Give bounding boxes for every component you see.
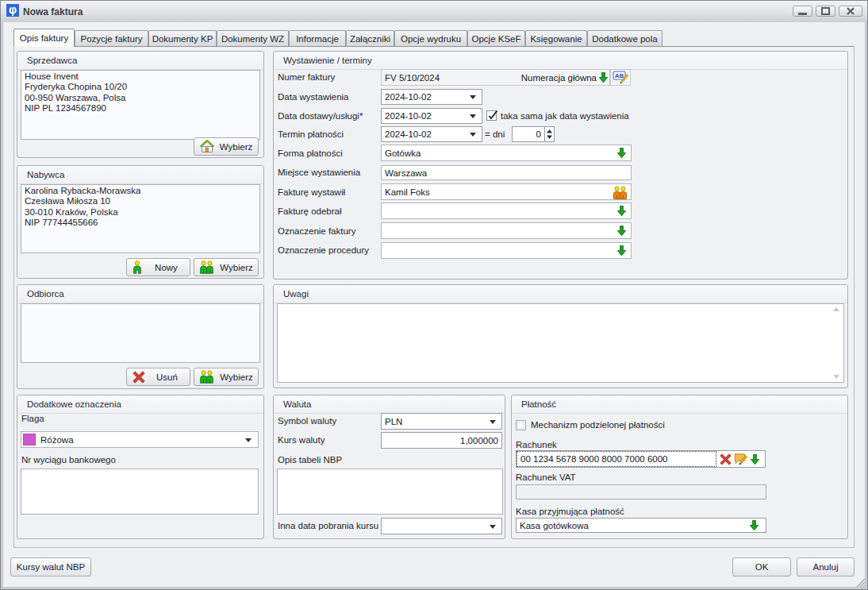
svg-text:AB: AB bbox=[615, 72, 624, 79]
